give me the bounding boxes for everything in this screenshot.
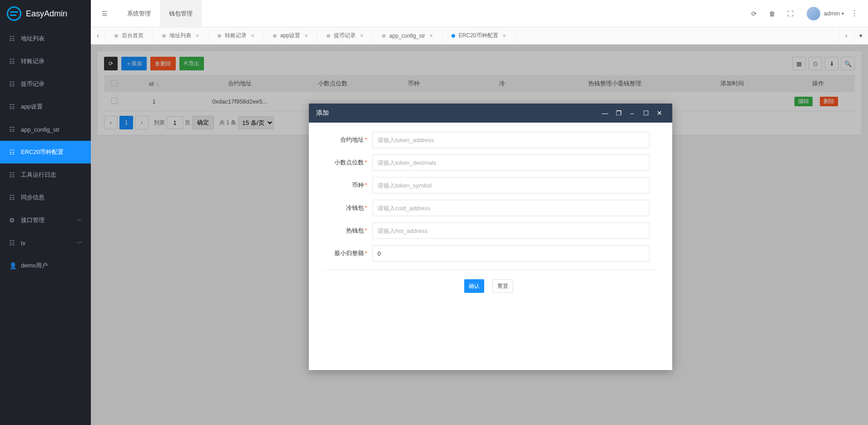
- clear-icon[interactable]: 🗑: [763, 0, 781, 27]
- sidebar-item-api-mgmt[interactable]: ⚙接口管理﹀: [0, 209, 91, 232]
- top-tab-wallet[interactable]: 钱包管理: [160, 0, 202, 27]
- hot-address-input[interactable]: [372, 222, 650, 239]
- list-icon: ☷: [9, 58, 15, 65]
- close-icon[interactable]: ✕: [654, 109, 665, 117]
- tab-label: app_config_str: [389, 33, 425, 39]
- maximize-icon[interactable]: ☐: [640, 109, 651, 117]
- close-icon[interactable]: ×: [503, 33, 506, 39]
- close-icon[interactable]: ×: [251, 33, 254, 39]
- tab-dot-icon: [162, 34, 166, 38]
- page-tab-erc20[interactable]: ERC20币种配置×: [442, 27, 516, 44]
- list-icon: ☷: [9, 103, 15, 110]
- fullscreen-icon[interactable]: ⛶: [781, 0, 799, 27]
- page-tabs: ‹ 后台首页 地址列表× 转账记录× app设置× 提币记录× app_conf…: [91, 27, 868, 44]
- sidebar-item-label: demo用户: [21, 262, 48, 270]
- field-label: 合约地址: [340, 136, 364, 143]
- list-icon: ☷: [9, 171, 15, 178]
- close-icon[interactable]: ×: [360, 33, 363, 39]
- token-symbol-input[interactable]: [372, 177, 650, 193]
- header-left: ☰ 系统管理 钱包管理: [91, 0, 202, 27]
- page-tab-transfer[interactable]: 转账记录×: [208, 27, 264, 44]
- sidebar-item-app-settings[interactable]: ☷app设置: [0, 95, 91, 118]
- modal-title: 添加: [316, 109, 329, 117]
- user-menu[interactable]: admin ▾: [799, 0, 848, 27]
- list-icon: ☷: [9, 35, 15, 42]
- more-menu[interactable]: ⋮: [848, 0, 861, 27]
- field-label: 冷钱包: [346, 204, 364, 211]
- tabs-scroll-right[interactable]: ›: [839, 27, 853, 44]
- page-tab-config-str[interactable]: app_config_str×: [373, 27, 442, 44]
- sidebar-item-tool-log[interactable]: ☷工具运行日志: [0, 163, 91, 186]
- logo: EasyAdmin: [0, 0, 91, 27]
- field-label: 小数点位数: [334, 159, 364, 166]
- page-tab-address[interactable]: 地址列表×: [153, 27, 208, 44]
- token-decimals-input[interactable]: [372, 154, 650, 171]
- field-label: 热钱包: [346, 227, 364, 234]
- header-right: ⟳ 🗑 ⛶ admin ▾ ⋮: [745, 0, 868, 27]
- reset-button[interactable]: 重置: [492, 279, 513, 293]
- sidebar-item-erc20-config[interactable]: ☷ERC20币种配置: [0, 141, 91, 163]
- field-label: 最小归整额: [334, 250, 364, 257]
- sidebar-item-label: ERC20币种配置: [21, 148, 64, 156]
- tab-dot-icon: [451, 34, 455, 38]
- tab-label: app设置: [280, 32, 300, 40]
- list-icon: ☷: [9, 148, 15, 156]
- app-name: EasyAdmin: [26, 9, 67, 19]
- close-icon[interactable]: ×: [196, 33, 199, 39]
- tab-dot-icon: [327, 34, 330, 38]
- sidebar-item-label: 转账记录: [21, 57, 45, 65]
- modal-header: 添加 — ❐ – ☐ ✕: [309, 104, 672, 123]
- sidebar-item-label: 工具运行日志: [21, 171, 56, 179]
- sidebar-item-label: app设置: [21, 103, 43, 111]
- username: admin: [824, 10, 840, 17]
- logo-icon: [7, 6, 21, 21]
- sidebar-item-label: 同步信息: [21, 193, 45, 202]
- page-tab-withdraw[interactable]: 提币记录×: [317, 27, 373, 44]
- divider: [322, 270, 659, 270]
- chevron-down-icon: ﹀: [77, 240, 82, 247]
- sidebar-item-sync-info[interactable]: ☷同步信息: [0, 186, 91, 209]
- list-icon: ☷: [9, 80, 15, 88]
- tab-dot-icon: [382, 34, 386, 38]
- avatar: [807, 7, 820, 20]
- tabs-dropdown[interactable]: ▾: [853, 27, 868, 44]
- cold-address-input[interactable]: [372, 200, 650, 216]
- field-label: 币种: [352, 182, 364, 188]
- page-tab-appset[interactable]: app设置×: [264, 27, 317, 44]
- list-icon: ☷: [9, 239, 15, 247]
- user-icon: 👤: [9, 262, 15, 269]
- restore-icon[interactable]: ❐: [613, 109, 624, 117]
- tab-label: 地址列表: [169, 32, 191, 40]
- minimize-icon[interactable]: —: [600, 109, 610, 117]
- sidebar-item-demo-user[interactable]: 👤demo用户: [0, 254, 91, 277]
- add-modal: 添加 — ❐ – ☐ ✕ 合约地址* 小数点位数* 币种* 冷钱包* 热钱包* …: [309, 104, 672, 370]
- sidebar-item-transfer-log[interactable]: ☷转账记录: [0, 50, 91, 73]
- page-tab-home[interactable]: 后台首页: [105, 27, 153, 44]
- confirm-button[interactable]: 确认: [464, 279, 484, 293]
- close-icon[interactable]: ×: [430, 33, 433, 39]
- sidebar-item-withdraw-log[interactable]: ☷提币记录: [0, 73, 91, 95]
- sidebar-toggle[interactable]: ☰: [91, 0, 118, 27]
- minimize2-icon[interactable]: –: [627, 109, 638, 117]
- tab-label: 转账记录: [225, 32, 247, 40]
- chevron-down-icon: ﹀: [77, 217, 82, 224]
- token-address-input[interactable]: [372, 132, 650, 148]
- sidebar-item-label: 接口管理: [21, 216, 45, 224]
- close-icon[interactable]: ×: [305, 33, 308, 39]
- sidebar-item-app-config-str[interactable]: ☷app_config_str: [0, 118, 91, 141]
- sidebar-item-label: 地址列表: [21, 35, 45, 43]
- sidebar-item-label: tx: [21, 240, 25, 247]
- tab-label: ERC20币种配置: [459, 32, 498, 40]
- plug-icon: ⚙: [9, 217, 15, 224]
- tab-dot-icon: [114, 34, 118, 38]
- min-amount-input[interactable]: [372, 245, 650, 262]
- refresh-icon[interactable]: ⟳: [745, 0, 763, 27]
- tabs-scroll-left[interactable]: ‹: [91, 27, 105, 44]
- top-tab-system[interactable]: 系统管理: [118, 0, 160, 27]
- list-icon: ☷: [9, 194, 15, 201]
- sidebar-item-label: app_config_str: [21, 126, 60, 133]
- sidebar-item-tx[interactable]: ☷tx﹀: [0, 232, 91, 254]
- tab-label: 后台首页: [122, 32, 144, 40]
- sidebar-item-address-list[interactable]: ☷地址列表: [0, 27, 91, 50]
- modal-footer: 确认 重置: [322, 279, 659, 366]
